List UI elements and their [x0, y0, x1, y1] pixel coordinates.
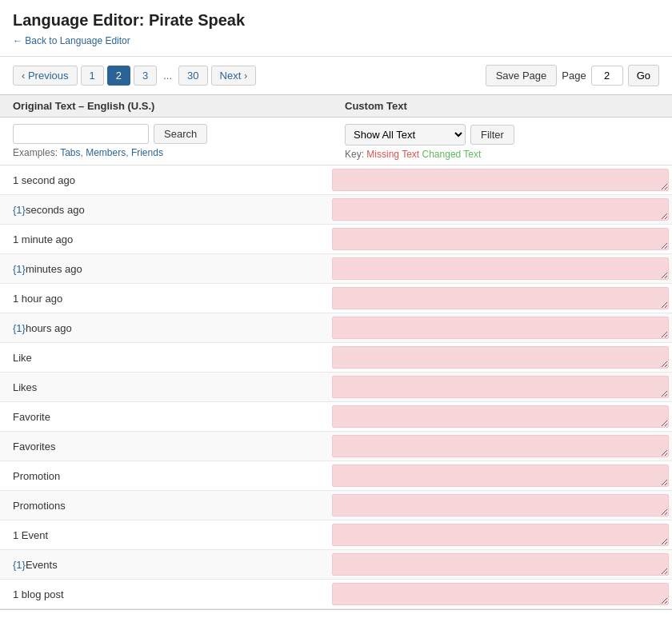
go-button[interactable]: Go [628, 65, 659, 86]
example-tabs-link[interactable]: Tabs [60, 147, 80, 158]
original-text-cell: Like [0, 343, 332, 372]
table-row: Favorite [0, 402, 672, 432]
custom-text-input[interactable] [332, 583, 669, 605]
original-text-cell: {1} Events [0, 550, 332, 579]
page-number-input[interactable] [591, 66, 623, 86]
original-text-cell: {1} minutes ago [0, 254, 332, 283]
custom-text-input[interactable] [332, 317, 669, 339]
search-section: Search Examples: Tabs, Members, Friends [13, 124, 345, 158]
filter-row: Search Examples: Tabs, Members, Friends … [0, 118, 672, 165]
pagination-left: ‹ Previous 1 2 3 ... 30 Next › [13, 66, 256, 86]
previous-button[interactable]: ‹ Previous [13, 66, 78, 86]
table-row: {1} Events [0, 550, 672, 580]
custom-text-input[interactable] [332, 287, 669, 309]
search-row: Search [13, 124, 345, 144]
custom-text-cell [332, 491, 672, 520]
table-row: Like [0, 343, 672, 373]
custom-text-cell [332, 254, 672, 283]
custom-text-cell [332, 343, 672, 372]
original-text-cell: 1 minute ago [0, 225, 332, 253]
custom-text-input[interactable] [332, 524, 669, 546]
table-row: Likes [0, 373, 672, 402]
back-link[interactable]: ← Back to Language Editor [13, 35, 130, 46]
custom-text-input[interactable] [332, 198, 669, 221]
custom-text-cell [332, 432, 672, 461]
original-text-cell: 1 Event [0, 520, 332, 549]
page-1-button[interactable]: 1 [81, 66, 104, 86]
table-row: {1} minutes ago [0, 254, 672, 284]
custom-text-input[interactable] [332, 346, 669, 369]
table-row: Promotions [0, 491, 672, 520]
custom-text-input[interactable] [332, 228, 669, 250]
custom-text-cell [332, 373, 672, 401]
table-row: {1} hours ago [0, 313, 672, 343]
table-row: {1} seconds ago [0, 195, 672, 225]
show-text-select[interactable]: Show All Text Show Missing Text Show Cha… [345, 124, 466, 146]
table-row: 1 blog post [0, 580, 672, 609]
custom-text-cell [332, 313, 672, 342]
table-row: 1 second ago [0, 165, 672, 195]
custom-text-input[interactable] [332, 464, 669, 487]
page-label: Page [562, 70, 586, 82]
original-text-cell: Favorite [0, 402, 332, 431]
page-title: Language Editor: Pirate Speak [13, 11, 659, 30]
original-text-cell: Favorites [0, 432, 332, 461]
custom-text-cell [332, 580, 672, 608]
filter-button[interactable]: Filter [470, 125, 514, 145]
search-examples: Examples: Tabs, Members, Friends [13, 147, 345, 158]
page-3-button[interactable]: 3 [134, 66, 157, 86]
original-text: minutes ago [26, 263, 82, 275]
original-text-cell: Promotion [0, 461, 332, 490]
variable-text: {1} [13, 322, 26, 334]
search-input[interactable] [13, 124, 149, 144]
table-row: 1 hour ago [0, 284, 672, 313]
filter-controls: Show All Text Show Missing Text Show Cha… [345, 124, 659, 146]
custom-text-cell [332, 165, 672, 194]
custom-text-cell [332, 461, 672, 490]
original-text-cell: 1 blog post [0, 580, 332, 608]
search-button[interactable]: Search [154, 124, 207, 144]
changed-text-label: Changed Text [422, 149, 482, 160]
custom-text-input[interactable] [332, 257, 669, 280]
custom-text-input[interactable] [332, 169, 669, 191]
example-members-link[interactable]: Members [86, 147, 126, 158]
custom-text-cell [332, 520, 672, 549]
original-text: seconds ago [26, 204, 85, 216]
custom-text-input[interactable] [332, 435, 669, 457]
page-30-button[interactable]: 30 [178, 66, 207, 86]
custom-text-input[interactable] [332, 376, 669, 398]
pagination-right: Save Page Page Go [486, 65, 659, 86]
next-button[interactable]: Next › [211, 66, 257, 86]
custom-text-input[interactable] [332, 405, 669, 428]
table-row: 1 Event [0, 520, 672, 550]
original-text-cell: 1 second ago [0, 165, 332, 194]
original-text: hours ago [26, 322, 72, 334]
main-table: Original Text – English (U.S.) Custom Te… [0, 94, 672, 610]
example-friends-link[interactable]: Friends [131, 147, 163, 158]
pagination-bar: ‹ Previous 1 2 3 ... 30 Next › Save Page… [0, 56, 672, 94]
custom-text-cell [332, 284, 672, 313]
table-row: Favorites [0, 432, 672, 461]
save-page-button[interactable]: Save Page [486, 65, 558, 86]
rows-container: 1 second ago{1} seconds ago1 minute ago{… [0, 165, 672, 609]
original-text-cell: Promotions [0, 491, 332, 520]
custom-text-cell [332, 550, 672, 579]
variable-text: {1} [13, 559, 26, 571]
page-header: Language Editor: Pirate Speak ← Back to … [0, 0, 672, 50]
custom-text-cell [332, 402, 672, 431]
page-2-button[interactable]: 2 [107, 66, 130, 86]
missing-text-label: Missing Text [366, 149, 419, 160]
variable-text: {1} [13, 263, 26, 275]
variable-text: {1} [13, 204, 26, 216]
original-text-cell: 1 hour ago [0, 284, 332, 313]
original-text-cell: {1} seconds ago [0, 195, 332, 224]
table-header: Original Text – English (U.S.) Custom Te… [0, 95, 672, 118]
key-label: Key: [345, 149, 364, 160]
examples-prefix: Examples: [13, 147, 58, 158]
custom-text-input[interactable] [332, 553, 669, 576]
custom-filter-section: Show All Text Show Missing Text Show Cha… [345, 124, 659, 160]
key-legend: Key: Missing Text Changed Text [345, 149, 659, 160]
header-original: Original Text – English (U.S.) [13, 100, 345, 112]
custom-text-input[interactable] [332, 494, 669, 516]
custom-text-cell [332, 225, 672, 253]
